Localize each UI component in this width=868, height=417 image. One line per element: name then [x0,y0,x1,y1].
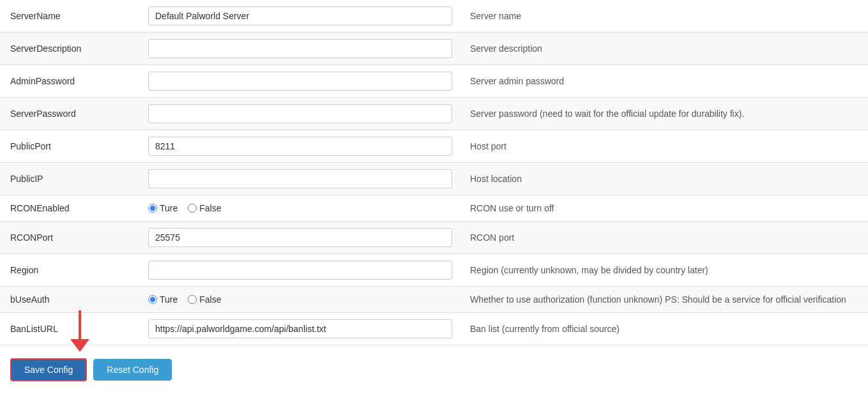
radio-group-rconenabled: TureFalse [148,203,452,213]
radio-option-label: False [199,203,221,213]
radio-option-label: Ture [160,294,178,305]
text-input-region[interactable] [148,261,452,280]
text-input-servername[interactable] [148,6,452,26]
row-description: Host port [460,130,868,163]
row-label: RCONPort [0,222,141,254]
row-label: ServerDescription [0,33,141,65]
row-input-cell [141,0,460,33]
radio-option-label: False [199,294,221,305]
row-description: Whether to use authorization (function u… [460,287,868,313]
table-row: PublicPortHost port [0,130,868,163]
row-description: Server name [460,0,868,33]
save-config-button[interactable]: Save Config [10,358,87,381]
table-row: ServerNameServer name [0,0,868,33]
row-input-cell [141,254,460,287]
row-label: RCONEnabled [0,195,141,222]
table-row: RCONEnabledTureFalseRCON use or turn off [0,195,868,222]
text-input-banlisturl[interactable] [148,319,452,338]
row-description: RCON use or turn off [460,195,868,222]
radio-label-true[interactable]: Ture [148,203,178,213]
row-label: BanListURL [0,313,141,345]
row-label: ServerName [0,0,141,33]
row-description: Ban list (currently from official source… [460,313,868,345]
radio-label-false[interactable]: False [188,294,221,305]
table-row: ServerDescriptionServer description [0,33,868,65]
table-row: RegionRegion (currently unknown, may be … [0,254,868,287]
radio-label-false[interactable]: False [188,203,221,213]
row-input-cell [141,65,460,98]
text-input-adminpassword[interactable] [148,72,452,91]
row-description: Region (currently unknown, may be divide… [460,254,868,287]
table-row: ServerPasswordServer password (need to w… [0,98,868,130]
row-label: PublicIP [0,163,141,195]
radio-buseauth-false[interactable] [188,295,197,304]
row-input-cell [141,222,460,254]
row-input-cell [141,163,460,195]
text-input-publicport[interactable] [148,137,452,156]
row-label: Region [0,254,141,287]
row-label: bUseAuth [0,287,141,313]
row-input-cell: TureFalse [141,195,460,222]
row-description: Server description [460,33,868,65]
radio-rconenabled-false[interactable] [188,204,197,213]
text-input-publicip[interactable] [148,169,452,188]
table-row: AdminPasswordServer admin password [0,65,868,98]
row-input-cell [141,33,460,65]
row-description: RCON port [460,222,868,254]
row-label: ServerPassword [0,98,141,130]
radio-label-true[interactable]: Ture [148,294,178,305]
row-label: AdminPassword [0,65,141,98]
radio-group-buseauth: TureFalse [148,294,452,305]
row-input-cell [141,130,460,163]
row-description: Server password (need to wait for the of… [460,98,868,130]
button-row: Save Config Reset Config [0,345,868,394]
reset-config-button[interactable]: Reset Config [93,359,172,381]
table-row: BanListURLBan list (currently from offic… [0,313,868,345]
row-input-cell [141,98,460,130]
config-table: ServerNameServer nameServerDescriptionSe… [0,0,868,345]
row-label: PublicPort [0,130,141,163]
radio-buseauth-true[interactable] [148,295,157,304]
text-input-serverpassword[interactable] [148,104,452,123]
table-row: bUseAuthTureFalseWhether to use authoriz… [0,287,868,313]
table-row: PublicIPHost location [0,163,868,195]
radio-rconenabled-true[interactable] [148,204,157,213]
row-input-cell: TureFalse [141,287,460,313]
text-input-rconport[interactable] [148,228,452,247]
radio-option-label: Ture [160,203,178,213]
text-input-serverdescription[interactable] [148,39,452,58]
row-input-cell [141,313,460,345]
row-description: Server admin password [460,65,868,98]
table-row: RCONPortRCON port [0,222,868,254]
row-description: Host location [460,163,868,195]
